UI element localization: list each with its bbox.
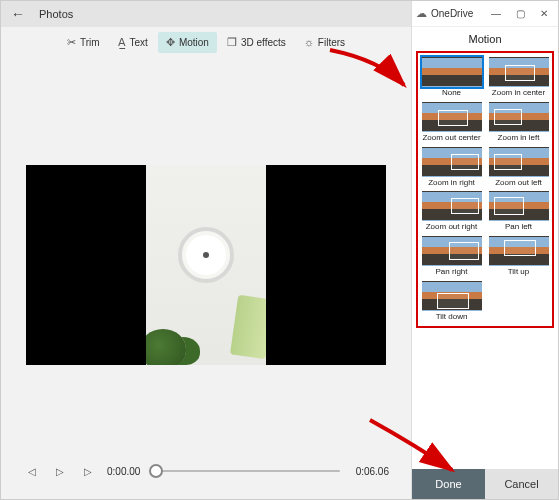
cube-icon: ❒ [227, 36, 237, 49]
close-button[interactable]: ✕ [534, 4, 554, 24]
text-label: Text [130, 37, 148, 48]
motion-icon: ✥ [166, 36, 175, 49]
done-button[interactable]: Done [412, 469, 485, 499]
motion-thumb [422, 57, 482, 87]
filters-button[interactable]: ☼ Filters [296, 32, 353, 52]
total-time: 0:06.06 [356, 466, 389, 477]
trim-icon: ✂ [67, 36, 76, 49]
motion-option-label: Zoom out left [495, 179, 542, 188]
overlay-frame-icon [451, 198, 479, 214]
text-icon: A̲ [118, 36, 126, 49]
prev-frame-button[interactable]: ◁ [23, 462, 41, 480]
broccoli-graphic [146, 329, 186, 365]
play-button[interactable]: ▷ [51, 462, 69, 480]
motion-thumb [422, 236, 482, 266]
back-button[interactable]: ← [1, 1, 35, 27]
overlay-frame-icon [437, 293, 469, 309]
motion-option-zoom-in-left[interactable]: Zoom in left [487, 102, 550, 143]
motion-options-grid: NoneZoom in centerZoom out centerZoom in… [416, 51, 554, 328]
next-frame-button[interactable]: ▷ [79, 462, 97, 480]
video-stage [1, 57, 411, 443]
video-frame[interactable] [26, 165, 386, 365]
filters-label: Filters [318, 37, 345, 48]
motion-option-label: Zoom out center [422, 134, 480, 143]
timeline-thumb[interactable] [149, 464, 163, 478]
motion-option-none[interactable]: None [420, 57, 483, 98]
motion-option-label: Tilt down [436, 313, 468, 322]
cancel-label: Cancel [504, 478, 538, 490]
trim-label: Trim [80, 37, 100, 48]
motion-option-label: Tilt up [508, 268, 530, 277]
onedrive-label: OneDrive [431, 8, 482, 19]
motion-option-zoom-out-center[interactable]: Zoom out center [420, 102, 483, 143]
done-label: Done [435, 478, 461, 490]
video-clip-preview [146, 165, 266, 365]
motion-thumb [489, 147, 549, 177]
overlay-frame-icon [494, 109, 522, 125]
motion-thumb [489, 57, 549, 87]
motion-option-label: Pan right [435, 268, 467, 277]
motion-option-tilt-down[interactable]: Tilt down [420, 281, 483, 322]
overlay-frame-icon [451, 154, 479, 170]
motion-option-zoom-in-center[interactable]: Zoom in center [487, 57, 550, 98]
motion-option-tilt-up[interactable]: Tilt up [487, 236, 550, 277]
text-button[interactable]: A̲ Text [110, 32, 156, 53]
minimize-button[interactable]: — [486, 4, 506, 24]
motion-thumb [422, 102, 482, 132]
cancel-button[interactable]: Cancel [485, 469, 558, 499]
3d-effects-button[interactable]: ❒ 3D effects [219, 32, 294, 53]
timeline-slider[interactable] [156, 470, 339, 472]
overlay-frame-icon [494, 197, 524, 215]
panel-title: Motion [412, 27, 558, 49]
motion-option-label: Zoom in left [498, 134, 540, 143]
motion-thumb [422, 281, 482, 311]
playback-controls: ◁ ▷ ▷ 0:00.00 0:06.06 [1, 443, 411, 499]
onedrive-icon: ☁ [416, 7, 427, 20]
motion-label: Motion [179, 37, 209, 48]
motion-thumb [489, 191, 549, 221]
overlay-frame-icon [438, 110, 468, 126]
motion-option-zoom-out-right[interactable]: Zoom out right [420, 191, 483, 232]
motion-thumb [422, 147, 482, 177]
overlay-frame-icon [505, 65, 535, 81]
app-title: Photos [35, 8, 73, 20]
filters-icon: ☼ [304, 36, 314, 48]
trim-button[interactable]: ✂ Trim [59, 32, 108, 53]
current-time: 0:00.00 [107, 466, 140, 477]
blender-blade-graphic [178, 227, 234, 283]
motion-option-label: None [442, 89, 461, 98]
motion-option-label: Zoom in right [428, 179, 475, 188]
overlay-frame-icon [449, 242, 479, 260]
motion-button[interactable]: ✥ Motion [158, 32, 217, 53]
motion-thumb [489, 102, 549, 132]
overlay-frame-icon [504, 240, 536, 256]
motion-thumb [422, 191, 482, 221]
motion-option-label: Zoom out right [426, 223, 478, 232]
motion-thumb [489, 236, 549, 266]
motion-option-label: Zoom in center [492, 89, 545, 98]
celery-graphic [230, 295, 266, 359]
editor-toolbar: ✂ Trim A̲ Text ✥ Motion ❒ 3D effects ☼ F… [1, 27, 411, 57]
motion-option-zoom-out-left[interactable]: Zoom out left [487, 147, 550, 188]
motion-option-zoom-in-right[interactable]: Zoom in right [420, 147, 483, 188]
overlay-frame-icon [494, 154, 522, 170]
3d-effects-label: 3D effects [241, 37, 286, 48]
motion-option-pan-left[interactable]: Pan left [487, 191, 550, 232]
back-arrow-icon: ← [11, 6, 25, 22]
maximize-button[interactable]: ▢ [510, 4, 530, 24]
motion-option-pan-right[interactable]: Pan right [420, 236, 483, 277]
motion-option-label: Pan left [505, 223, 532, 232]
